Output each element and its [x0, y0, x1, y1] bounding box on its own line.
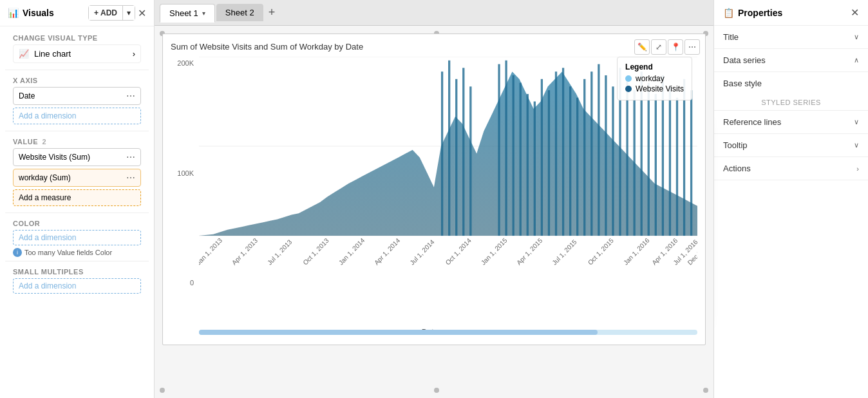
tooltip-section: Tooltip ∨	[714, 134, 868, 157]
visual-type-selector[interactable]: 📈 Line chart ›	[13, 44, 141, 63]
small-multiples-label: SMALL MULTIPLES	[13, 268, 141, 276]
legend-dot-workday	[625, 75, 632, 82]
svg-rect-27	[633, 90, 635, 236]
change-visual-type-label: CHANGE VISUAL TYPE	[13, 34, 141, 42]
svg-rect-23	[605, 75, 607, 236]
add-measure-button[interactable]: Add a measure	[13, 189, 141, 206]
x-axis-section: X AXIS Date ⋯ Add a dimension	[5, 73, 149, 128]
value-field-workday[interactable]: workday (Sum) ⋯	[13, 169, 141, 187]
svg-rect-30	[655, 94, 657, 236]
svg-text:Jul 1, 2014: Jul 1, 2014	[409, 238, 436, 267]
add-button-arrow[interactable]: ▾	[123, 6, 135, 20]
properties-close-button[interactable]: ✕	[851, 6, 859, 19]
chart-more-button[interactable]: ⋯	[684, 39, 700, 55]
add-button-label[interactable]: + ADD	[89, 6, 123, 20]
chart-edit-button[interactable]: ✏️	[634, 39, 650, 55]
svg-text:Apr 1, 2014: Apr 1, 2014	[373, 237, 401, 267]
title-chevron-icon: ∨	[854, 33, 859, 41]
add-small-multiples-button[interactable]: Add a dimension	[13, 278, 141, 294]
add-small-multiples-label: Add a dimension	[19, 281, 76, 290]
base-style-section-header[interactable]: Base style	[714, 72, 868, 95]
resize-handle-bottomleft[interactable]	[160, 388, 165, 393]
tab-sheet2-label: Sheet 2	[225, 8, 254, 17]
left-panel: 📊 Visuals + ADD ▾ ✕ CHANGE VISUAL TYPE 📈…	[0, 0, 155, 398]
left-panel-close-button[interactable]: ✕	[138, 7, 146, 19]
tooltip-label: Tooltip	[723, 140, 748, 150]
add-button[interactable]: + ADD ▾	[88, 5, 135, 21]
svg-rect-5	[455, 79, 457, 236]
website-visits-options-icon[interactable]: ⋯	[126, 152, 135, 162]
legend-label-workday: workday	[636, 74, 665, 83]
legend-dot-website-visits	[625, 86, 632, 92]
tab-sheet1-label: Sheet 1	[169, 8, 198, 18]
tab-sheet1[interactable]: Sheet 1 ▾	[160, 4, 215, 23]
left-panel-header: 📊 Visuals + ADD ▾ ✕	[0, 0, 154, 26]
legend-item-workday: workday	[625, 74, 684, 83]
tab-sheet2[interactable]: Sheet 2	[216, 4, 263, 21]
color-section: COLOR Add a dimension i Too many Value f…	[5, 216, 149, 258]
color-warning: i Too many Value fields Color	[13, 248, 141, 257]
reference-lines-label: Reference lines	[723, 117, 781, 127]
chart-pin-button[interactable]: 📍	[668, 39, 683, 55]
properties-icon: 📋	[723, 8, 734, 18]
resize-handle-bottomright[interactable]	[703, 388, 708, 393]
svg-rect-14	[541, 79, 543, 236]
workday-options-icon[interactable]: ⋯	[126, 173, 135, 183]
svg-rect-11	[520, 83, 522, 236]
svg-text:Jan 1, 2013: Jan 1, 2013	[199, 236, 223, 267]
data-series-section-header[interactable]: Data series ∧	[714, 49, 868, 71]
value-label-text: VALUE	[13, 138, 38, 146]
y-axis-0: 0	[190, 279, 194, 287]
change-visual-type-section: CHANGE VISUAL TYPE 📈 Line chart ›	[5, 30, 149, 67]
chart-title: Sum of Website Visits and Sum of Workday…	[171, 42, 697, 52]
title-section-label: Title	[723, 32, 739, 42]
scrollbar-thumb[interactable]	[199, 330, 598, 335]
chart-area: Jan 1, 2013 Apr 1, 2013 Jul 1, 2013 Oct …	[199, 57, 697, 325]
x-axis-dimension-label: Date	[19, 91, 35, 100]
x-axis-date-field[interactable]: Date ⋯	[13, 87, 141, 105]
svg-rect-9	[505, 61, 507, 236]
website-visits-label: Website Visits (Sum)	[19, 153, 90, 162]
value-field-website-visits[interactable]: Website Visits (Sum) ⋯	[13, 148, 141, 166]
svg-text:Apr 1, 2013: Apr 1, 2013	[231, 237, 259, 267]
chart-legend: Legend workday Website Visits	[617, 57, 692, 100]
svg-text:Jan 1, 2014: Jan 1, 2014	[337, 236, 366, 267]
tooltip-chevron-icon: ∨	[854, 141, 859, 149]
scrollbar-track	[199, 330, 697, 335]
actions-section-header[interactable]: Actions ›	[714, 157, 868, 180]
add-dimension-button[interactable]: Add a dimension	[13, 108, 141, 124]
tab-sheet1-dropdown-icon[interactable]: ▾	[202, 10, 205, 17]
chart-expand-button[interactable]: ⤢	[651, 39, 666, 55]
add-color-dimension-button[interactable]: Add a dimension	[13, 230, 141, 245]
reference-lines-header[interactable]: Reference lines ∨	[714, 111, 868, 133]
svg-rect-33	[676, 98, 678, 236]
data-series-section: Data series ∧	[714, 49, 868, 72]
svg-rect-8	[498, 64, 500, 236]
visual-type-text: Line chart	[34, 49, 71, 59]
chart-scrollbar[interactable]	[199, 330, 697, 335]
tooltip-section-header[interactable]: Tooltip ∨	[714, 134, 868, 156]
x-axis-options-icon[interactable]: ⋯	[126, 91, 135, 101]
visuals-title: 📊 Visuals	[8, 8, 54, 18]
svg-rect-32	[669, 86, 671, 236]
legend-item-website-visits: Website Visits	[625, 84, 684, 93]
visual-type-label: 📈 Line chart	[19, 49, 71, 59]
svg-rect-7	[469, 86, 471, 236]
svg-rect-20	[583, 79, 585, 236]
chart-container: ✏️ ⤢ 📍 ⋯ Sum of Website Visits and Sum o…	[162, 33, 706, 345]
actions-chevron-icon: ›	[856, 165, 859, 173]
svg-text:Oct 1, 2013: Oct 1, 2013	[302, 237, 330, 267]
visuals-chart-icon: 📊	[8, 8, 19, 18]
svg-rect-3	[441, 71, 443, 236]
legend-title: Legend	[625, 62, 684, 71]
workday-label: workday (Sum)	[19, 173, 71, 182]
resize-handle-bottom[interactable]	[434, 388, 439, 393]
title-section: Title ∨	[714, 26, 868, 49]
add-tab-button[interactable]: +	[265, 6, 279, 19]
y-axis-200k: 200K	[177, 59, 194, 67]
actions-section: Actions ›	[714, 157, 868, 180]
main-area: Sheet 1 ▾ Sheet 2 + ✏️ ⤢ 📍 ⋯	[155, 0, 713, 398]
title-section-header[interactable]: Title ∨	[714, 26, 868, 48]
styled-series-label: STYLED SERIES	[714, 95, 868, 110]
svg-text:Jan 1, 2016: Jan 1, 2016	[622, 236, 651, 267]
